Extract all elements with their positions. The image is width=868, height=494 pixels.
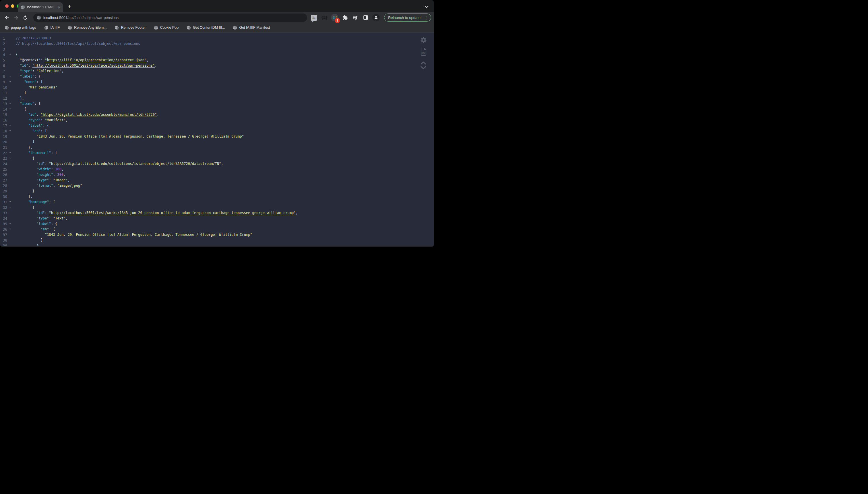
collapse-toggle-icon[interactable]: ▼	[9, 221, 11, 227]
code-line: 32▼ {	[0, 205, 434, 210]
code-text: ]	[16, 139, 35, 145]
json-token-str: "1843 Jun. 20, Pension Office [to] A[dam…	[45, 233, 252, 237]
json-link[interactable]: "https://digital.lib.utk.edu/assemble/ma…	[41, 113, 157, 117]
json-token-punc: : [	[51, 151, 57, 155]
code-text: {	[16, 156, 35, 161]
collapse-toggle-icon[interactable]: ▼	[9, 74, 11, 79]
json-token-punc: :	[28, 63, 32, 68]
bookmark-item[interactable]: popup with tags	[5, 25, 36, 30]
collapse-toggle-icon[interactable]: ▼	[9, 123, 11, 128]
json-viewer-extension-icon[interactable]: {≡}	[320, 14, 328, 21]
iiif-extension-icon[interactable]: iiif 1	[331, 14, 338, 21]
bookmark-item[interactable]: Get IA IIIF Manifest	[233, 25, 270, 30]
code-line: 12 },	[0, 96, 434, 101]
json-token-num: 200	[57, 173, 64, 177]
code-text: "homepage": [	[16, 199, 55, 205]
json-token-punc: ]	[24, 91, 26, 95]
json-token-punc: ,	[146, 58, 149, 62]
collapse-toggle-icon[interactable]: ▼	[9, 227, 11, 232]
json-token-str: "Image"	[53, 178, 68, 182]
tab-search-chevron-icon[interactable]	[424, 4, 429, 10]
code-line: 39 }	[0, 243, 434, 246]
bookmark-label: Remove Footer	[121, 25, 145, 30]
relaunch-to-update-button[interactable]: Relaunch to update ⋮	[384, 14, 431, 21]
viewer-settings-gear-icon[interactable]	[420, 37, 427, 44]
code-line: 33 "id": "http://localhost:5001/test/wor…	[0, 210, 434, 216]
json-token-punc: ,	[65, 118, 67, 122]
chrome-menu-kebab-icon[interactable]: ⋮	[423, 16, 429, 20]
bookmark-item[interactable]: Cookie Pop	[154, 25, 179, 30]
collapse-toggle-icon[interactable]: ▼	[9, 52, 11, 57]
code-text: "id": "https://digital.lib.utk.edu/assem…	[16, 112, 159, 117]
line-number: 3	[3, 46, 5, 52]
code-text: }	[16, 243, 38, 246]
json-link[interactable]: "https://digital.lib.utk.edu/collections…	[49, 162, 221, 166]
json-link[interactable]: "https://iiif.io/api/presentation/3/cont…	[45, 58, 146, 62]
line-number: 30	[3, 194, 7, 199]
line-number: 26	[3, 172, 7, 177]
view-raw-icon[interactable]: RAW	[420, 48, 427, 56]
line-number: 13	[3, 101, 7, 107]
media-controls-icon[interactable]	[351, 14, 359, 21]
line-number: 10	[3, 85, 7, 90]
collapse-toggle-icon[interactable]: ▼	[9, 156, 11, 161]
code-text: "thumbnail": [	[16, 150, 57, 156]
close-window-button[interactable]	[5, 4, 8, 8]
collapse-toggle-icon[interactable]: ▼	[9, 128, 11, 134]
json-token-punc: ,	[61, 167, 63, 171]
collapse-toggle-icon[interactable]: ▼	[9, 150, 11, 156]
json-token-punc: :	[45, 211, 49, 215]
code-line: 27 "type": "Image",	[0, 177, 434, 183]
json-token-key: "id"	[28, 113, 37, 117]
side-panel-icon[interactable]	[362, 14, 370, 21]
json-token-str: "Manifest"	[45, 118, 65, 122]
json-token-comment: // http://localhost:5001/test/api/facet/…	[16, 42, 140, 46]
back-button[interactable]	[3, 14, 11, 21]
code-text: "label": {	[16, 74, 41, 79]
bookmark-item[interactable]: Get ContentDM III...	[186, 25, 225, 30]
json-link[interactable]: "http://localhost:5001/test/works/1843-j…	[49, 211, 296, 215]
hypothesis-extension-icon[interactable]: h.	[310, 14, 318, 21]
extensions-puzzle-icon[interactable]	[341, 14, 349, 21]
code-text: },	[16, 96, 24, 101]
collapse-toggle-icon[interactable]: ▼	[9, 199, 11, 205]
bookmark-item[interactable]: Remove Any Elem...	[68, 25, 106, 30]
scroll-down-chevron-icon[interactable]	[420, 66, 427, 70]
code-text: "type": "Manifest",	[16, 117, 68, 123]
reload-button[interactable]	[21, 14, 29, 21]
collapse-toggle-icon[interactable]: ▼	[9, 107, 11, 112]
tab-close-icon[interactable]: ×	[58, 5, 60, 10]
forward-button[interactable]	[12, 14, 20, 21]
line-number: 29	[3, 188, 7, 194]
code-line: 24 "id": "https://digital.lib.utk.edu/co…	[0, 161, 434, 167]
collapse-toggle-icon[interactable]: ▼	[9, 205, 11, 210]
bookmark-item[interactable]: Remove Footer	[115, 25, 145, 30]
collapse-toggle-icon[interactable]: ▼	[9, 101, 11, 107]
browser-window: localhost:5001/test/api/facet/s × + loca…	[0, 0, 434, 247]
code-text: "en": [	[16, 227, 55, 232]
code-line: 3	[0, 46, 434, 52]
json-link[interactable]: "http://localhost:5001/test/api/facet/su…	[33, 63, 155, 68]
window-bottom-edge	[0, 246, 434, 247]
hypothesis-glyph: h.	[312, 15, 315, 20]
tab-strip: localhost:5001/test/api/facet/s × +	[0, 0, 434, 12]
scroll-up-chevron-icon[interactable]	[420, 61, 427, 65]
code-text: ],	[16, 194, 33, 199]
json-token-key: "id"	[37, 211, 45, 215]
line-number: 11	[3, 90, 7, 96]
bookmark-item[interactable]: IA IIIF	[44, 25, 60, 30]
code-text: "id": "http://localhost:5001/test/api/fa…	[16, 63, 157, 68]
json-token-punc: :	[41, 58, 45, 62]
collapse-toggle-icon[interactable]: ▼	[9, 79, 11, 85]
bookmark-label: Get ContentDM III...	[193, 25, 225, 30]
browser-tab[interactable]: localhost:5001/test/api/facet/s ×	[18, 2, 63, 12]
address-bar[interactable]: localhost:5001/api/facet/subject/war-pen…	[33, 14, 307, 22]
profile-avatar[interactable]	[372, 14, 380, 21]
json-token-punc: : [	[49, 227, 55, 231]
json-token-key: "label"	[28, 124, 43, 128]
json-token-key: "height"	[37, 173, 53, 177]
minimize-window-button[interactable]	[11, 4, 14, 8]
line-number: 4	[3, 52, 5, 57]
line-number: 34	[3, 216, 7, 221]
new-tab-button[interactable]: +	[66, 3, 73, 10]
